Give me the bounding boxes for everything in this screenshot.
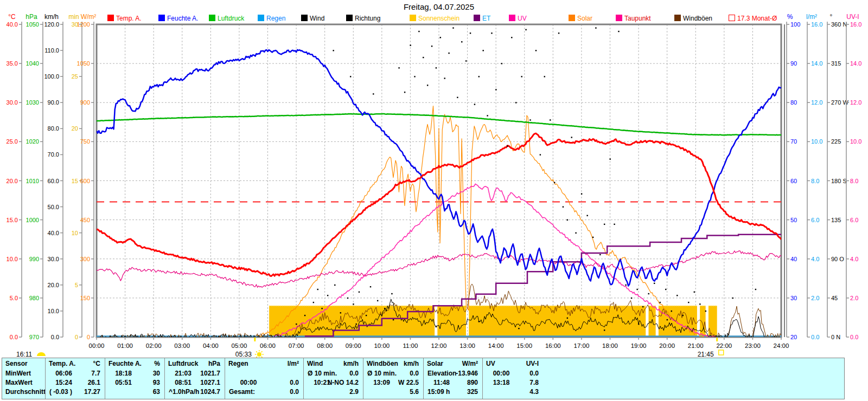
svg-text:80.0: 80.0 (48, 125, 59, 132)
table-cell-value: 4.3 (529, 388, 539, 396)
svg-text:90: 90 (790, 60, 797, 67)
table-cell-value: 17.27 (84, 388, 100, 396)
svg-text:20.0: 20.0 (48, 282, 59, 288)
svg-text:970: 970 (29, 334, 39, 340)
svg-text:0.0: 0.0 (850, 334, 858, 340)
svg-text:120.0: 120.0 (44, 21, 59, 28)
table-col-unit: UV-I (526, 360, 539, 367)
table-col-header: UV (486, 360, 495, 367)
weather-app-window: { "title": "Freitag, 04.07.2025", "foote… (0, 0, 868, 401)
table-col-header: Regen (228, 360, 248, 367)
svg-text:20: 20 (790, 334, 797, 340)
svg-text:90 O: 90 O (831, 256, 844, 262)
sunshine-interval (709, 306, 717, 337)
table-col-unit: km/h (404, 360, 419, 367)
table-cell-value: -13.946 (456, 370, 478, 377)
svg-text:990: 990 (29, 256, 39, 262)
svg-text:20:00: 20:00 (659, 342, 675, 349)
svg-text:20.0: 20.0 (7, 178, 18, 184)
svg-text:45: 45 (831, 295, 838, 301)
svg-text:21:00: 21:00 (688, 342, 704, 349)
svg-text:0: 0 (75, 334, 78, 340)
table-cell-value: 0.0 (290, 379, 299, 386)
svg-text:15:00: 15:00 (516, 342, 532, 349)
svg-text:07:00: 07:00 (289, 342, 304, 349)
svg-text:16.0: 16.0 (850, 21, 861, 28)
svg-text:5.0: 5.0 (10, 295, 18, 301)
svg-text:2.0: 2.0 (850, 295, 858, 301)
table-cell-time: Ø 10 min. (367, 370, 397, 377)
table-cell-time: 11:48 (425, 379, 458, 386)
table-divider (45, 358, 46, 399)
svg-text:1020: 1020 (26, 138, 39, 145)
table-divider (423, 358, 424, 399)
svg-text:0.0: 0.0 (51, 334, 59, 340)
svg-text:360 N: 360 N (831, 21, 847, 28)
svg-text:12.0: 12.0 (811, 99, 822, 106)
svg-text:70: 70 (790, 138, 797, 145)
svg-text:50: 50 (790, 217, 797, 223)
svg-text:40: 40 (790, 256, 797, 262)
svg-text:30.0: 30.0 (7, 99, 18, 106)
solar-axis: W/m²120010509007506004503001500 (77, 13, 97, 340)
svg-text:980: 980 (29, 295, 39, 301)
svg-text:2.0: 2.0 (811, 295, 819, 301)
table-divider (482, 358, 483, 399)
svg-text:10:00: 10:00 (374, 342, 390, 349)
svg-text:10.0: 10.0 (48, 308, 59, 314)
svg-text:50.0: 50.0 (48, 204, 59, 210)
x-axis: 00:0001:0002:0003:0004:0005:0006:0007:00… (89, 337, 789, 349)
svg-text:14.0: 14.0 (850, 60, 861, 67)
svg-text:°C: °C (8, 13, 16, 21)
table-cell-time: 05:51 (107, 379, 140, 386)
table-cell-value: 890 (467, 379, 478, 386)
svg-text:20: 20 (72, 125, 78, 132)
table-divider (164, 358, 165, 399)
table-col-unit: % (154, 360, 160, 367)
svg-text:l/m²: l/m² (806, 13, 817, 21)
table-col-header: Wind (307, 360, 323, 367)
table-col-unit: km/h (343, 360, 359, 367)
table-divider (105, 358, 105, 399)
table-cell-time: 21:03 (167, 370, 200, 377)
svg-text:08:00: 08:00 (317, 342, 333, 349)
table-cell-value: 93 (153, 379, 160, 386)
table-col-header: Temp. A. (49, 360, 75, 367)
svg-text:60: 60 (790, 178, 797, 184)
svg-text:10.0: 10.0 (7, 256, 18, 262)
svg-text:100: 100 (790, 21, 800, 28)
svg-text:%: % (787, 13, 793, 21)
series-richtung-dots (296, 27, 756, 331)
svg-text:225: 225 (831, 138, 841, 145)
table-cell-time: 08:51 (167, 379, 200, 386)
table-cell-time: ^1.0hPa/h (169, 388, 199, 396)
svg-text:15: 15 (72, 178, 78, 184)
svg-text:11:00: 11:00 (403, 342, 418, 349)
table-cell-value: 5.6 (410, 388, 419, 396)
table-cell-time: Ø 10 min. (308, 370, 337, 377)
table-row-label: MinWert (5, 370, 31, 377)
svg-text:10.0: 10.0 (811, 138, 822, 145)
table-cell-value: 30 (153, 370, 160, 377)
svg-text:05:00: 05:00 (232, 342, 247, 349)
svg-text:17:00: 17:00 (574, 342, 590, 349)
direction-axis: °360 N315270 W225180 S13590 O450 N (827, 13, 848, 340)
table-cell-value: 7.7 (91, 370, 100, 377)
svg-text:0: 0 (87, 334, 90, 340)
table-row-label: Durchschnitt (5, 388, 46, 396)
svg-text:4.0: 4.0 (811, 256, 819, 262)
svg-text:60.0: 60.0 (48, 178, 59, 184)
table-col-unit: hPa (208, 360, 220, 367)
table-col-header: Solar (427, 360, 443, 367)
svg-text:0 N: 0 N (831, 334, 840, 340)
svg-text:900: 900 (80, 99, 90, 106)
svg-text:1050: 1050 (77, 60, 90, 67)
gridlines (97, 24, 781, 337)
table-cell-time: 15:09 h (427, 388, 450, 396)
table-cell-time: 13:09 (365, 379, 398, 386)
svg-text:16.0: 16.0 (811, 21, 822, 28)
svg-text:UV-I: UV-I (846, 13, 859, 21)
table-cell-value: 7.8 (529, 379, 539, 386)
rain-axis: l/m²16.014.012.010.08.06.04.02.00.0 (806, 13, 822, 340)
table-cell-value: W 22.5 (398, 379, 419, 386)
